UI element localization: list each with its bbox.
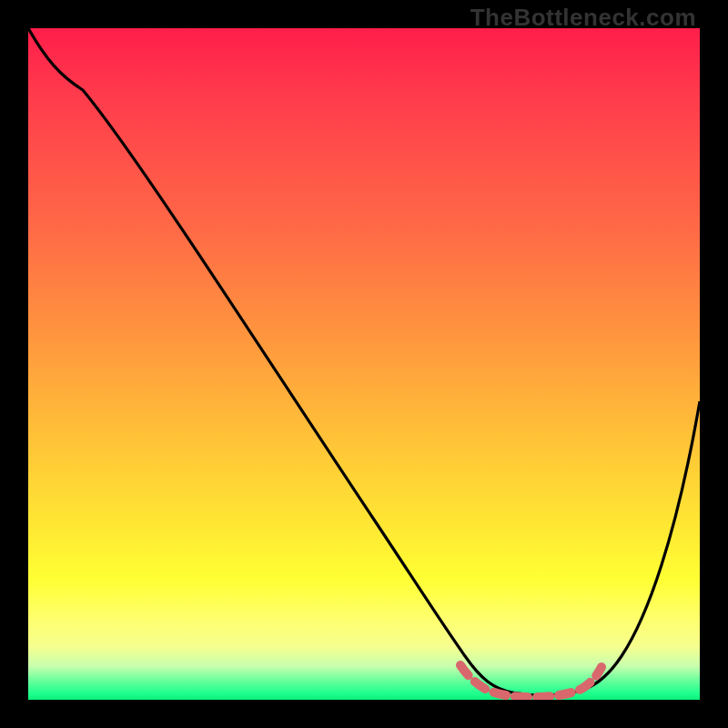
trough-highlight	[460, 665, 602, 697]
plot-area	[28, 28, 700, 700]
chart-frame: TheBottleneck.com	[0, 0, 728, 728]
bottleneck-curve	[28, 28, 700, 695]
curve-layer	[28, 28, 700, 700]
watermark: TheBottleneck.com	[470, 4, 696, 32]
